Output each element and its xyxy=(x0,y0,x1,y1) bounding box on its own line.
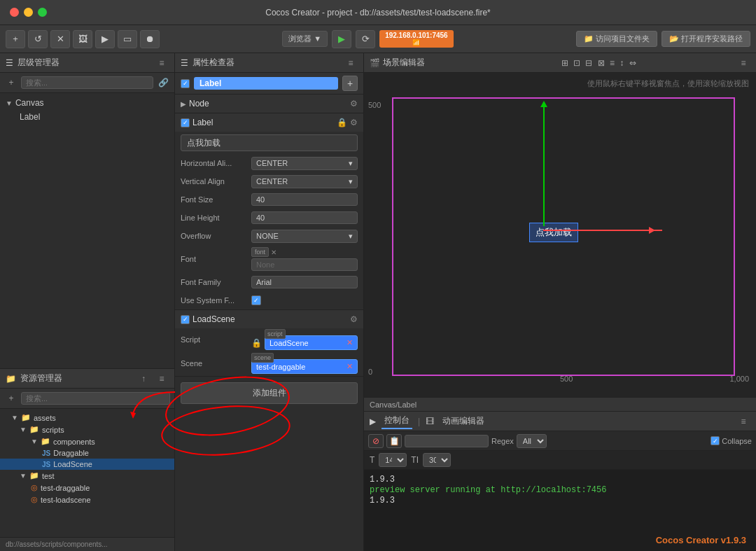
add-toolbar-btn[interactable]: + xyxy=(6,30,25,48)
loadscene-section-header[interactable]: ✓ LoadScene ⚙ xyxy=(175,310,363,328)
scene-tool1[interactable]: ⊞ xyxy=(561,58,568,68)
run-btn[interactable]: ▶ xyxy=(332,30,351,48)
asset-components-folder[interactable]: ▼ 📁 components xyxy=(0,435,174,447)
scene-tool3[interactable]: ⊟ xyxy=(585,58,592,68)
add-component-btn[interactable]: 添加组件 xyxy=(181,382,358,404)
label-section-checkbox[interactable]: ✓ xyxy=(181,118,190,127)
canvas-rect: 点我加载 xyxy=(392,97,735,376)
inspector-header: ☰ 属性检查器 ≡ xyxy=(175,53,363,73)
horizontal-align-select[interactable]: CENTER ▾ xyxy=(251,157,358,170)
scene-tool7[interactable]: ⇔ xyxy=(629,58,636,68)
overflow-arrow: ▾ xyxy=(349,232,353,241)
assets-search-input[interactable] xyxy=(21,392,170,405)
tree-item-label[interactable]: Label xyxy=(0,110,174,124)
js-icon-draggable: JS xyxy=(42,449,50,457)
asset-scripts-folder[interactable]: ▼ 📁 scripts xyxy=(0,424,174,435)
record-btn[interactable]: ⏺ xyxy=(140,30,160,48)
scene-remove-btn[interactable]: ✕ xyxy=(346,362,353,371)
scene-icon: 🎬 xyxy=(370,58,380,68)
scene-header: 🎬 场景编辑器 ⊞ ⊡ ⊟ ⊠ ≡ ↕ ⇔ ≡ xyxy=(364,53,756,73)
play-settings-btn[interactable]: ▶ xyxy=(95,30,115,48)
maximize-button[interactable] xyxy=(38,8,47,17)
hierarchy-search-input[interactable] xyxy=(21,76,153,89)
console-tab-main[interactable]: 控制台 xyxy=(382,413,412,429)
label-gear-icon[interactable]: ⚙ xyxy=(350,118,358,127)
font-family-input[interactable] xyxy=(251,276,358,288)
hierarchy-menu-btn[interactable]: ≡ xyxy=(155,56,169,70)
console-level-select[interactable]: All xyxy=(517,434,547,448)
vertical-align-select[interactable]: CENTER ▾ xyxy=(251,175,358,188)
minimize-button[interactable] xyxy=(24,8,33,17)
image-btn[interactable]: 🖼 xyxy=(73,30,92,48)
ip-line1: 192.168.0.101:7456 xyxy=(385,32,448,39)
console-menu-btn[interactable]: ≡ xyxy=(736,414,750,428)
label-lock-icon[interactable]: 🔒 xyxy=(337,118,347,127)
assets-menu-btn[interactable]: ≡ xyxy=(155,372,169,386)
label-section-header[interactable]: ✓ Label 🔒 ⚙ xyxy=(175,113,363,132)
asset-draggable-js[interactable]: JS Draggable xyxy=(0,447,174,459)
console-clear-btn[interactable]: 📋 xyxy=(386,434,402,448)
layout-btn[interactable]: ▭ xyxy=(118,30,137,48)
delete-btn[interactable]: ✕ xyxy=(50,30,70,48)
loadscene-gear-icon[interactable]: ⚙ xyxy=(350,314,358,324)
tree-item-canvas[interactable]: ▼ Canvas xyxy=(0,96,174,110)
vertical-align-row: Vertical Align CENTER ▾ xyxy=(175,172,363,190)
node-section-header[interactable]: ▶ Node ⚙ xyxy=(175,95,363,113)
scene-tool5[interactable]: ≡ xyxy=(610,58,615,68)
hierarchy-add-btn[interactable]: + xyxy=(4,76,18,90)
TI-icon: TI xyxy=(411,455,419,465)
font-size-input[interactable] xyxy=(251,193,358,206)
overflow-select[interactable]: NONE ▾ xyxy=(251,230,358,243)
scene-tool2[interactable]: ⊡ xyxy=(573,58,580,68)
animation-icon: 🎞 xyxy=(426,417,434,426)
open-installer-btn[interactable]: 📂 打开程序安装路径 xyxy=(662,31,750,47)
font-size-select1[interactable]: 14 xyxy=(379,453,407,467)
font-tag-label: font xyxy=(251,247,269,257)
scene-tool4[interactable]: ⊠ xyxy=(598,58,605,68)
loadscene-checkbox[interactable]: ✓ xyxy=(181,315,190,324)
scene-bg: 使用鼠标右键平移视窗焦点，使用滚轮缩放视图 500 0 500 1,000 xyxy=(364,73,756,397)
asset-test-folder[interactable]: ▼ 📁 test xyxy=(0,470,174,482)
script-input-area: 🔒 script LoadScene ✕ xyxy=(251,335,358,350)
wifi-icon: 📶 xyxy=(385,39,448,46)
scene-tool6[interactable]: ↕ xyxy=(620,58,624,68)
reload-btn[interactable]: ⟳ xyxy=(356,30,375,48)
version-badge: Cocos Creator v1.9.3 xyxy=(656,535,746,545)
asset-test-loadscene[interactable]: ◎ test-loadscene xyxy=(0,494,174,505)
scene-menu-btn[interactable]: ≡ xyxy=(736,56,750,70)
label-enabled-checkbox[interactable]: ✓ xyxy=(181,79,190,88)
font-size-select2[interactable]: 30 xyxy=(423,453,451,467)
close-button[interactable] xyxy=(10,8,19,17)
asset-test-draggable[interactable]: ◎ test-draggable xyxy=(0,482,174,494)
hierarchy-link-btn[interactable]: 🔗 xyxy=(156,76,170,90)
console-error-btn[interactable]: ⊘ xyxy=(368,434,384,448)
assets-import-btn[interactable]: ↑ xyxy=(136,372,150,386)
inspector-menu-btn[interactable]: ≡ xyxy=(344,56,358,70)
visit-folder-btn[interactable]: 📁 访问项目文件夹 xyxy=(576,31,657,47)
label-node-display[interactable]: 点我加载 xyxy=(529,223,578,242)
collapse-checkbox[interactable]: ✓ xyxy=(710,436,720,445)
use-system-font-checkbox[interactable]: ✓ xyxy=(251,295,261,305)
script-remove-btn[interactable]: ✕ xyxy=(346,338,353,347)
overflow-value: NONE xyxy=(256,232,279,240)
assets-add-btn[interactable]: + xyxy=(4,391,18,405)
string-value-input[interactable] xyxy=(181,134,358,151)
font-tag-close[interactable]: ✕ xyxy=(271,249,276,256)
scene-canvas[interactable]: 使用鼠标右键平移视窗焦点，使用滚轮缩放视图 500 0 500 1,000 xyxy=(364,73,756,397)
line-height-input[interactable] xyxy=(251,211,358,224)
browser-btn[interactable]: 浏览器 ▼ xyxy=(282,31,328,47)
console-filter-input[interactable] xyxy=(405,435,489,447)
folder-icon-scripts: 📁 xyxy=(29,425,39,434)
console-line-3: 1.9.3 xyxy=(370,496,750,505)
component-name-input[interactable] xyxy=(194,77,338,90)
node-gear-icon[interactable]: ⚙ xyxy=(350,99,358,109)
asset-assets-folder[interactable]: ▼ 📁 assets xyxy=(0,412,174,424)
refresh-btn[interactable]: ↺ xyxy=(28,30,48,48)
script-label: Script xyxy=(181,335,247,344)
assets-label: assets xyxy=(34,414,56,422)
font-value-input[interactable] xyxy=(251,258,358,271)
test-loadscene-label: test-loadscene xyxy=(41,496,91,504)
add-component-icon-btn[interactable]: + xyxy=(342,76,358,91)
console-tab-animation[interactable]: 动画编辑器 xyxy=(440,414,487,428)
asset-loadscene-js[interactable]: JS LoadScene xyxy=(0,459,174,470)
